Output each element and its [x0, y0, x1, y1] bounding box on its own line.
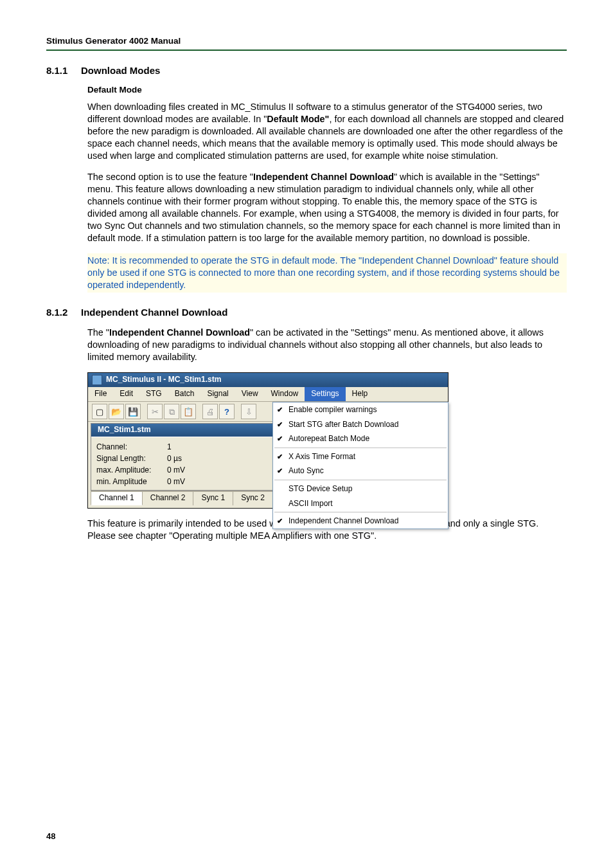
child-window-title: MC_Stim1.stm [98, 425, 151, 435]
save-icon[interactable]: 💾 [125, 404, 141, 419]
menuitem-label: Start STG after Batch Download [289, 419, 398, 431]
text-bold: Independent Channel Download [109, 327, 250, 338]
page-number: 48 [46, 831, 55, 841]
titlebar: MC_Stimulus II - MC_Stim1.stm [88, 373, 448, 387]
text: The second option is to use the feature … [87, 172, 253, 182]
menu-signal[interactable]: Signal [200, 387, 235, 401]
help-icon[interactable]: ? [219, 404, 235, 419]
menuitem-label: ASCII Import [289, 498, 333, 510]
text: The " [87, 327, 109, 338]
settings-dropdown: ✔ Enable compiler warnings ✔ Start STG a… [272, 402, 449, 529]
menubar: File Edit STG Batch Signal View Window S… [88, 387, 448, 402]
note-callout: Note: It is recommended to operate the S… [87, 253, 567, 293]
menuitem-ascii-import[interactable]: ASCII Import [273, 496, 448, 511]
app-icon [92, 375, 102, 385]
menu-file[interactable]: File [88, 387, 113, 401]
label-min-amplitude: min. Amplitude [96, 476, 161, 487]
heading-8-1-2: 8.1.2Independent Channel Download [46, 307, 567, 318]
label-channel: Channel: [96, 441, 161, 453]
heading-number: 8.1.1 [46, 65, 81, 76]
check-icon: ✔ [277, 516, 283, 527]
menu-batch[interactable]: Batch [168, 387, 201, 401]
value-max-amplitude: 0 mV [167, 464, 185, 476]
menu-settings[interactable]: Settings [305, 387, 345, 401]
menuitem-label: Independent Channel Download [289, 515, 398, 527]
check-icon: ✔ [277, 451, 283, 462]
running-header: Stimulus Generator 4002 Manual [46, 36, 567, 51]
menuitem-x-axis-time-format[interactable]: ✔ X Axis Time Format [273, 449, 448, 464]
text-bold: Independent Channel Download [253, 172, 394, 182]
check-icon: ✔ [277, 466, 283, 476]
heading-title: Download Modes [81, 65, 160, 76]
menuitem-label: Autorepeat Batch Mode [289, 433, 369, 445]
text-bold: Default Mode" [267, 114, 329, 124]
label-signal-length: Signal Length: [96, 453, 161, 464]
menuitem-auto-sync[interactable]: ✔ Auto Sync [273, 464, 448, 478]
info-row: Channel: 1 [96, 441, 268, 453]
menuitem-label: STG Device Setup [289, 483, 352, 495]
heading-number: 8.1.2 [46, 307, 81, 318]
label-max-amplitude: max. Amplitude: [96, 464, 161, 476]
heading-8-1-1: 8.1.1Download Modes [46, 65, 567, 76]
menu-separator [274, 448, 447, 448]
menuitem-stg-device-setup[interactable]: STG Device Setup [273, 482, 448, 496]
menu-edit[interactable]: Edit [113, 387, 139, 401]
paragraph: The second option is to use the feature … [87, 171, 567, 244]
tab-sync-2[interactable]: Sync 2 [233, 491, 273, 505]
heading-title: Independent Channel Download [81, 307, 227, 318]
value-min-amplitude: 0 mV [167, 476, 185, 487]
info-row: max. Amplitude: 0 mV [96, 464, 268, 476]
tab-strip: Channel 1 Channel 2 Sync 1 Sync 2 [91, 491, 274, 505]
menuitem-independent-channel-download[interactable]: ✔ Independent Channel Download [273, 514, 448, 529]
open-icon[interactable]: 📂 [109, 404, 124, 419]
menuitem-label: Enable compiler warnings [289, 404, 377, 416]
subheading-default-mode: Default Mode [87, 85, 567, 95]
menuitem-enable-compiler-warnings[interactable]: ✔ Enable compiler warnings [273, 402, 448, 417]
menu-view[interactable]: View [235, 387, 265, 401]
paragraph: The "Independent Channel Download" can b… [87, 327, 567, 363]
copy-icon[interactable]: ⧉ [164, 404, 179, 419]
menu-window[interactable]: Window [265, 387, 305, 401]
value-signal-length: 0 µs [167, 453, 182, 464]
app-window: MC_Stimulus II - MC_Stim1.stm File Edit … [87, 372, 449, 508]
cut-icon[interactable]: ✂ [147, 404, 163, 419]
check-icon: ✔ [277, 404, 283, 415]
paragraph: When downloading files created in MC_Sti… [87, 101, 567, 162]
print-icon[interactable]: 🖨 [202, 404, 218, 419]
tab-channel-1[interactable]: Channel 1 [91, 491, 143, 505]
menuitem-label: X Axis Time Format [289, 451, 355, 463]
paste-icon[interactable]: 📋 [181, 404, 196, 419]
child-window: MC_Stim1.stm Channel: 1 Signal Length: 0… [91, 423, 274, 491]
menuitem-autorepeat-batch[interactable]: ✔ Autorepeat Batch Mode [273, 431, 448, 446]
menuitem-start-stg-after-batch[interactable]: ✔ Start STG after Batch Download [273, 417, 448, 432]
child-body: Channel: 1 Signal Length: 0 µs max. Ampl… [91, 437, 273, 490]
menu-help[interactable]: Help [346, 387, 375, 401]
tab-channel-2[interactable]: Channel 2 [142, 491, 194, 505]
menu-separator [274, 480, 447, 480]
check-icon: ✔ [277, 433, 283, 444]
text: " which is available in the "Settings" m… [87, 172, 560, 243]
menu-separator [274, 512, 447, 512]
download-icon[interactable]: ⇩ [241, 404, 256, 419]
menuitem-label: Auto Sync [289, 465, 324, 477]
new-icon[interactable]: ▢ [92, 404, 107, 419]
window-title: MC_Stimulus II - MC_Stim1.stm [106, 375, 221, 385]
check-icon: ✔ [277, 419, 283, 430]
info-row: min. Amplitude 0 mV [96, 476, 268, 487]
value-channel: 1 [167, 441, 172, 453]
tab-sync-1[interactable]: Sync 1 [193, 491, 233, 505]
menu-stg[interactable]: STG [139, 387, 168, 401]
info-row: Signal Length: 0 µs [96, 453, 268, 464]
child-titlebar: MC_Stim1.stm [91, 424, 273, 437]
